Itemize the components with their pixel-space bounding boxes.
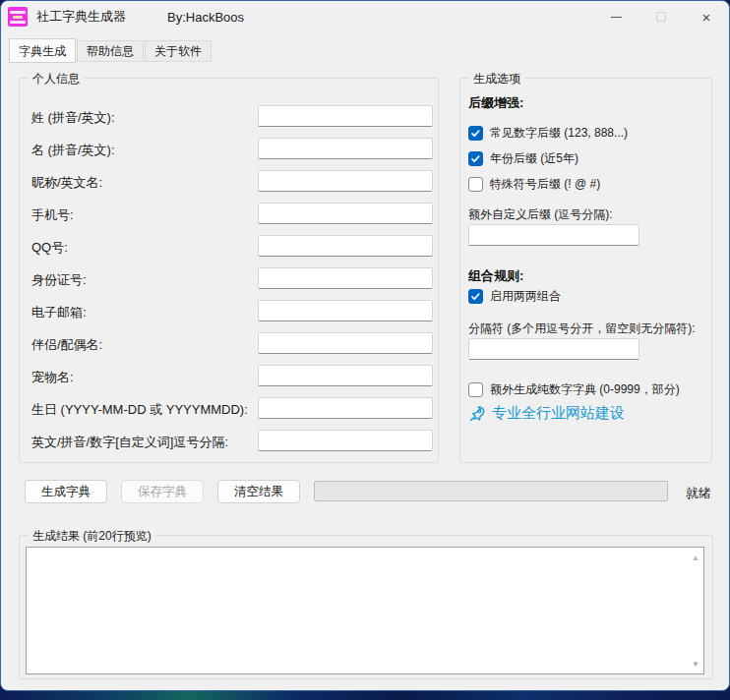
options-group: 生成选项 后缀增强: 常见数字后缀 (123, 888...) 年份后缀 (近5… [459, 78, 712, 463]
promo-link-label: 专业全行业网站建设 [492, 404, 625, 423]
idcard-input[interactable] [258, 267, 433, 289]
suffix-section-title: 后缀增强: [468, 94, 523, 112]
pet-label: 宠物名: [31, 369, 74, 386]
combo-section-title: 组合规则: [468, 267, 523, 285]
personal-info-legend: 个人信息 [29, 71, 84, 88]
app-icon [8, 7, 28, 27]
nickname-input[interactable] [258, 170, 433, 192]
form-row-customwords: 英文/拼音/数字[自定义词]逗号分隔: [31, 430, 426, 451]
nickname-label: 昵称/英文名: [31, 174, 102, 192]
surname-label: 姓 (拼音/英文): [31, 109, 115, 127]
form-row-nickname: 昵称/英文名: [31, 170, 426, 192]
caption-buttons: × [593, 1, 729, 32]
scroll-up-icon[interactable]: ▲ [689, 551, 702, 564]
partner-input[interactable] [258, 332, 433, 354]
partner-label: 伴侣/配偶名: [31, 336, 102, 354]
extra-suffix-input[interactable] [468, 224, 639, 246]
special-symbol-suffix-label: 特殊符号后缀 (! @ #) [490, 176, 600, 193]
close-icon[interactable]: × [684, 1, 729, 32]
separator-input[interactable] [468, 338, 639, 360]
qq-label: QQ号: [31, 239, 68, 257]
separator-label: 分隔符 (多个用逗号分开，留空则无分隔符): [468, 321, 696, 337]
rocket-icon [468, 405, 486, 423]
numeric-dict-checkbox[interactable] [468, 382, 483, 397]
customwords-label: 英文/拼音/数字[自定义词]逗号分隔: [31, 434, 228, 451]
clear-button[interactable]: 清空结果 [217, 480, 300, 503]
results-content [29, 549, 688, 672]
pairwise-combo-label: 启用两两组合 [490, 288, 561, 305]
generate-button[interactable]: 生成字典 [25, 480, 107, 503]
special-symbol-suffix-checkbox[interactable] [468, 177, 483, 192]
phone-input[interactable] [258, 203, 433, 224]
options-legend: 生成选项 [469, 71, 524, 88]
firstname-input[interactable] [258, 138, 433, 159]
window-title: 社工字典生成器 [36, 8, 126, 26]
numeric-dict-label: 额外生成纯数字字典 (0-9999，部分) [490, 381, 680, 398]
birthday-label: 生日 (YYYY-MM-DD 或 YYYYMMDD): [31, 401, 248, 419]
pairwise-combo-checkbox[interactable] [468, 289, 483, 304]
year-suffix-label: 年份后缀 (近5年) [490, 150, 578, 167]
separator-input-wrap [468, 338, 639, 360]
window-byline: By:HackBoos [167, 10, 244, 25]
tab-dict-generate[interactable]: 字典生成 [9, 38, 76, 63]
form-row-surname: 姓 (拼音/英文): [31, 105, 426, 127]
phone-label: 手机号: [31, 206, 74, 224]
form-row-firstname: 名 (拼音/英文): [31, 138, 426, 159]
promo-link[interactable]: 专业全行业网站建设 [468, 404, 625, 423]
qq-input[interactable] [258, 235, 433, 257]
form-row-birthday: 生日 (YYYY-MM-DD 或 YYYYMMDD): [31, 397, 426, 419]
year-suffix-checkbox[interactable] [468, 151, 483, 166]
tab-strip: 字典生成 帮助信息 关于软件 [9, 39, 213, 62]
save-button[interactable]: 保存字典 [121, 480, 204, 503]
personal-info-group: 个人信息 姓 (拼音/英文): 名 (拼音/英文): 昵称/英文名: 手机号: … [19, 78, 439, 463]
app-window: 社工字典生成器 By:HackBoos × 字典生成 帮助信息 关于软件 个人信… [0, 0, 730, 691]
form-row-idcard: 身份证号: [31, 267, 426, 289]
results-legend: 生成结果 (前20行预览) [29, 528, 155, 545]
surname-input[interactable] [258, 105, 433, 127]
minimize-icon[interactable] [593, 1, 639, 32]
status-label: 就绪 [686, 485, 711, 502]
email-label: 电子邮箱: [31, 304, 87, 321]
birthday-input[interactable] [258, 397, 433, 419]
form-row-partner: 伴侣/配偶名: [31, 332, 426, 354]
progress-bar [314, 481, 668, 501]
customwords-input[interactable] [258, 430, 433, 451]
form-row-email: 电子邮箱: [31, 300, 426, 321]
form-row-qq: QQ号: [31, 235, 426, 257]
tab-about[interactable]: 关于软件 [145, 40, 212, 62]
special-symbol-suffix-row: 特殊符号后缀 (! @ #) [468, 176, 600, 193]
pairwise-combo-row: 启用两两组合 [468, 288, 561, 305]
results-group: 生成结果 (前20行预览) ▲ ▼ [19, 535, 713, 679]
firstname-label: 名 (拼音/英文): [31, 142, 115, 159]
year-suffix-row: 年份后缀 (近5年) [468, 150, 578, 167]
common-number-suffix-label: 常见数字后缀 (123, 888...) [490, 125, 628, 142]
pet-input[interactable] [258, 365, 433, 386]
common-number-suffix-row: 常见数字后缀 (123, 888...) [468, 125, 628, 142]
common-number-suffix-checkbox[interactable] [468, 126, 483, 141]
results-scrollbar[interactable]: ▲ ▼ [689, 549, 702, 672]
form-row-phone: 手机号: [31, 203, 426, 224]
idcard-label: 身份证号: [31, 271, 87, 289]
extra-suffix-label: 额外自定义后缀 (逗号分隔): [468, 206, 613, 223]
email-input[interactable] [258, 300, 433, 321]
title-bar: 社工字典生成器 By:HackBoos × [1, 1, 729, 32]
form-row-pet: 宠物名: [31, 365, 426, 386]
tab-help-info[interactable]: 帮助信息 [77, 40, 144, 62]
results-textarea[interactable]: ▲ ▼ [26, 547, 704, 674]
numeric-dict-row: 额外生成纯数字字典 (0-9999，部分) [468, 381, 680, 398]
maximize-icon [639, 1, 684, 32]
scroll-down-icon[interactable]: ▼ [689, 657, 702, 671]
extra-suffix-input-wrap [468, 224, 639, 246]
